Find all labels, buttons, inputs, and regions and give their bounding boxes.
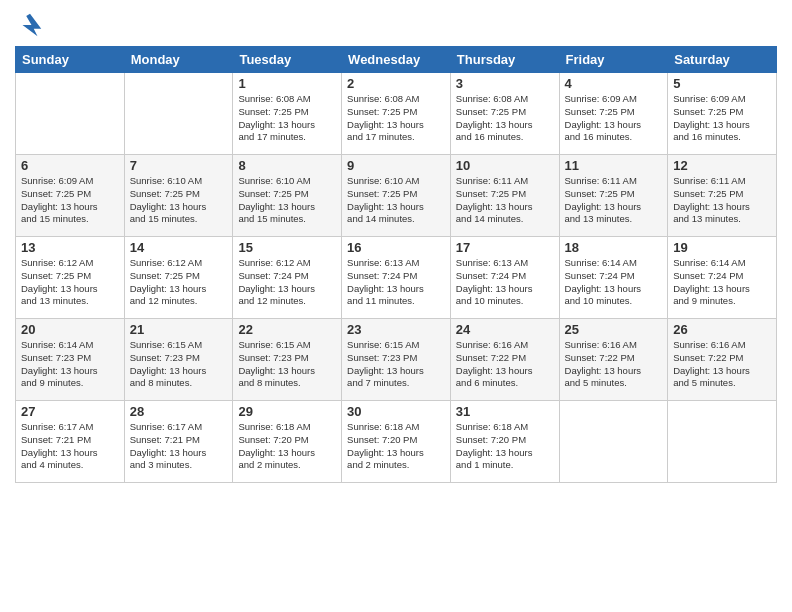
- day-number: 28: [130, 404, 228, 419]
- day-number: 3: [456, 76, 554, 91]
- calendar-cell: 20Sunrise: 6:14 AM Sunset: 7:23 PM Dayli…: [16, 319, 125, 401]
- day-number: 5: [673, 76, 771, 91]
- day-info: Sunrise: 6:17 AM Sunset: 7:21 PM Dayligh…: [21, 421, 119, 472]
- day-info: Sunrise: 6:11 AM Sunset: 7:25 PM Dayligh…: [456, 175, 554, 226]
- calendar-page: SundayMondayTuesdayWednesdayThursdayFrid…: [0, 0, 792, 612]
- week-row-4: 27Sunrise: 6:17 AM Sunset: 7:21 PM Dayli…: [16, 401, 777, 483]
- calendar-cell: [668, 401, 777, 483]
- day-number: 13: [21, 240, 119, 255]
- calendar-cell: 27Sunrise: 6:17 AM Sunset: 7:21 PM Dayli…: [16, 401, 125, 483]
- day-info: Sunrise: 6:11 AM Sunset: 7:25 PM Dayligh…: [673, 175, 771, 226]
- day-number: 21: [130, 322, 228, 337]
- day-info: Sunrise: 6:12 AM Sunset: 7:25 PM Dayligh…: [130, 257, 228, 308]
- calendar-cell: 1Sunrise: 6:08 AM Sunset: 7:25 PM Daylig…: [233, 73, 342, 155]
- day-number: 16: [347, 240, 445, 255]
- day-info: Sunrise: 6:09 AM Sunset: 7:25 PM Dayligh…: [21, 175, 119, 226]
- day-info: Sunrise: 6:10 AM Sunset: 7:25 PM Dayligh…: [238, 175, 336, 226]
- day-number: 19: [673, 240, 771, 255]
- day-number: 24: [456, 322, 554, 337]
- calendar-table: SundayMondayTuesdayWednesdayThursdayFrid…: [15, 46, 777, 483]
- day-info: Sunrise: 6:18 AM Sunset: 7:20 PM Dayligh…: [238, 421, 336, 472]
- calendar-cell: [559, 401, 668, 483]
- calendar-cell: 7Sunrise: 6:10 AM Sunset: 7:25 PM Daylig…: [124, 155, 233, 237]
- calendar-cell: 11Sunrise: 6:11 AM Sunset: 7:25 PM Dayli…: [559, 155, 668, 237]
- header-saturday: Saturday: [668, 47, 777, 73]
- calendar-cell: 24Sunrise: 6:16 AM Sunset: 7:22 PM Dayli…: [450, 319, 559, 401]
- day-number: 26: [673, 322, 771, 337]
- header-row: SundayMondayTuesdayWednesdayThursdayFrid…: [16, 47, 777, 73]
- calendar-cell: 23Sunrise: 6:15 AM Sunset: 7:23 PM Dayli…: [342, 319, 451, 401]
- calendar-cell: 29Sunrise: 6:18 AM Sunset: 7:20 PM Dayli…: [233, 401, 342, 483]
- calendar-cell: 12Sunrise: 6:11 AM Sunset: 7:25 PM Dayli…: [668, 155, 777, 237]
- day-info: Sunrise: 6:10 AM Sunset: 7:25 PM Dayligh…: [347, 175, 445, 226]
- calendar-cell: 15Sunrise: 6:12 AM Sunset: 7:24 PM Dayli…: [233, 237, 342, 319]
- day-info: Sunrise: 6:18 AM Sunset: 7:20 PM Dayligh…: [347, 421, 445, 472]
- day-number: 10: [456, 158, 554, 173]
- calendar-cell: 4Sunrise: 6:09 AM Sunset: 7:25 PM Daylig…: [559, 73, 668, 155]
- calendar-cell: 17Sunrise: 6:13 AM Sunset: 7:24 PM Dayli…: [450, 237, 559, 319]
- day-info: Sunrise: 6:16 AM Sunset: 7:22 PM Dayligh…: [565, 339, 663, 390]
- day-number: 25: [565, 322, 663, 337]
- day-info: Sunrise: 6:17 AM Sunset: 7:21 PM Dayligh…: [130, 421, 228, 472]
- header-monday: Monday: [124, 47, 233, 73]
- day-info: Sunrise: 6:13 AM Sunset: 7:24 PM Dayligh…: [456, 257, 554, 308]
- calendar-cell: 8Sunrise: 6:10 AM Sunset: 7:25 PM Daylig…: [233, 155, 342, 237]
- day-number: 23: [347, 322, 445, 337]
- page-header: [15, 10, 777, 40]
- logo: [15, 10, 49, 40]
- calendar-cell: 30Sunrise: 6:18 AM Sunset: 7:20 PM Dayli…: [342, 401, 451, 483]
- day-info: Sunrise: 6:12 AM Sunset: 7:25 PM Dayligh…: [21, 257, 119, 308]
- day-info: Sunrise: 6:11 AM Sunset: 7:25 PM Dayligh…: [565, 175, 663, 226]
- day-number: 30: [347, 404, 445, 419]
- day-info: Sunrise: 6:08 AM Sunset: 7:25 PM Dayligh…: [238, 93, 336, 144]
- day-info: Sunrise: 6:08 AM Sunset: 7:25 PM Dayligh…: [456, 93, 554, 144]
- day-info: Sunrise: 6:15 AM Sunset: 7:23 PM Dayligh…: [347, 339, 445, 390]
- day-number: 14: [130, 240, 228, 255]
- day-number: 17: [456, 240, 554, 255]
- calendar-cell: 25Sunrise: 6:16 AM Sunset: 7:22 PM Dayli…: [559, 319, 668, 401]
- day-info: Sunrise: 6:18 AM Sunset: 7:20 PM Dayligh…: [456, 421, 554, 472]
- calendar-cell: 31Sunrise: 6:18 AM Sunset: 7:20 PM Dayli…: [450, 401, 559, 483]
- day-number: 29: [238, 404, 336, 419]
- day-number: 12: [673, 158, 771, 173]
- week-row-3: 20Sunrise: 6:14 AM Sunset: 7:23 PM Dayli…: [16, 319, 777, 401]
- header-sunday: Sunday: [16, 47, 125, 73]
- day-info: Sunrise: 6:12 AM Sunset: 7:24 PM Dayligh…: [238, 257, 336, 308]
- calendar-header: SundayMondayTuesdayWednesdayThursdayFrid…: [16, 47, 777, 73]
- calendar-cell: 28Sunrise: 6:17 AM Sunset: 7:21 PM Dayli…: [124, 401, 233, 483]
- day-number: 18: [565, 240, 663, 255]
- day-info: Sunrise: 6:09 AM Sunset: 7:25 PM Dayligh…: [673, 93, 771, 144]
- day-number: 20: [21, 322, 119, 337]
- week-row-1: 6Sunrise: 6:09 AM Sunset: 7:25 PM Daylig…: [16, 155, 777, 237]
- calendar-cell: 9Sunrise: 6:10 AM Sunset: 7:25 PM Daylig…: [342, 155, 451, 237]
- day-info: Sunrise: 6:14 AM Sunset: 7:23 PM Dayligh…: [21, 339, 119, 390]
- day-number: 1: [238, 76, 336, 91]
- header-friday: Friday: [559, 47, 668, 73]
- day-number: 6: [21, 158, 119, 173]
- header-wednesday: Wednesday: [342, 47, 451, 73]
- calendar-body: 1Sunrise: 6:08 AM Sunset: 7:25 PM Daylig…: [16, 73, 777, 483]
- week-row-0: 1Sunrise: 6:08 AM Sunset: 7:25 PM Daylig…: [16, 73, 777, 155]
- calendar-cell: 22Sunrise: 6:15 AM Sunset: 7:23 PM Dayli…: [233, 319, 342, 401]
- calendar-cell: 5Sunrise: 6:09 AM Sunset: 7:25 PM Daylig…: [668, 73, 777, 155]
- day-info: Sunrise: 6:10 AM Sunset: 7:25 PM Dayligh…: [130, 175, 228, 226]
- svg-marker-0: [23, 14, 42, 37]
- day-number: 7: [130, 158, 228, 173]
- calendar-cell: 21Sunrise: 6:15 AM Sunset: 7:23 PM Dayli…: [124, 319, 233, 401]
- calendar-cell: 13Sunrise: 6:12 AM Sunset: 7:25 PM Dayli…: [16, 237, 125, 319]
- calendar-cell: 10Sunrise: 6:11 AM Sunset: 7:25 PM Dayli…: [450, 155, 559, 237]
- calendar-cell: 3Sunrise: 6:08 AM Sunset: 7:25 PM Daylig…: [450, 73, 559, 155]
- day-number: 15: [238, 240, 336, 255]
- logo-icon: [15, 10, 45, 40]
- calendar-cell: [16, 73, 125, 155]
- day-number: 4: [565, 76, 663, 91]
- header-thursday: Thursday: [450, 47, 559, 73]
- day-info: Sunrise: 6:15 AM Sunset: 7:23 PM Dayligh…: [130, 339, 228, 390]
- day-info: Sunrise: 6:14 AM Sunset: 7:24 PM Dayligh…: [673, 257, 771, 308]
- calendar-cell: 19Sunrise: 6:14 AM Sunset: 7:24 PM Dayli…: [668, 237, 777, 319]
- week-row-2: 13Sunrise: 6:12 AM Sunset: 7:25 PM Dayli…: [16, 237, 777, 319]
- calendar-cell: 18Sunrise: 6:14 AM Sunset: 7:24 PM Dayli…: [559, 237, 668, 319]
- day-number: 11: [565, 158, 663, 173]
- day-info: Sunrise: 6:09 AM Sunset: 7:25 PM Dayligh…: [565, 93, 663, 144]
- day-number: 31: [456, 404, 554, 419]
